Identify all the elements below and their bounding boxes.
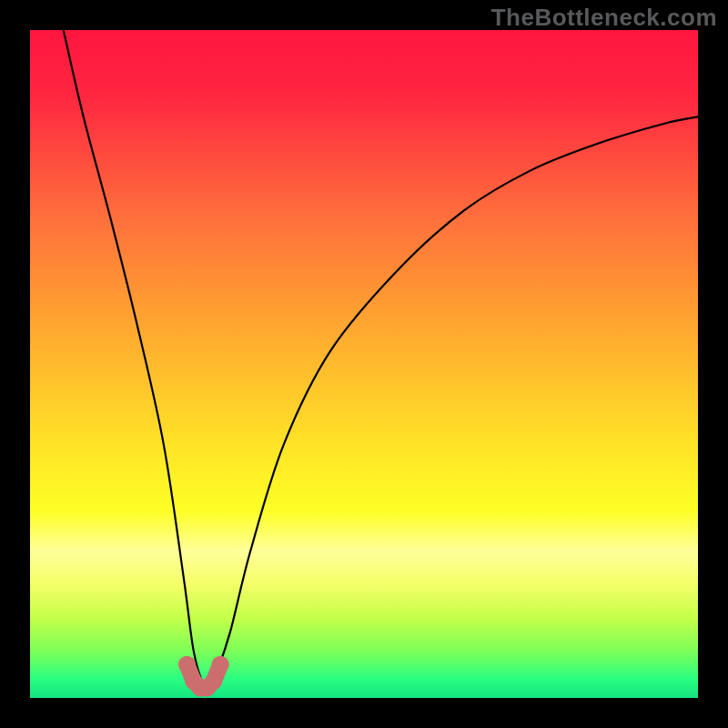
valley-marker-dot (212, 656, 229, 673)
watermark-text: TheBottleneck.com (491, 4, 717, 32)
chart-stage: TheBottleneck.com (0, 0, 728, 728)
valley-marker-dot (205, 672, 222, 690)
bottleneck-chart (0, 0, 728, 728)
valley-marker-dot (178, 656, 196, 673)
gradient-background (30, 30, 698, 698)
